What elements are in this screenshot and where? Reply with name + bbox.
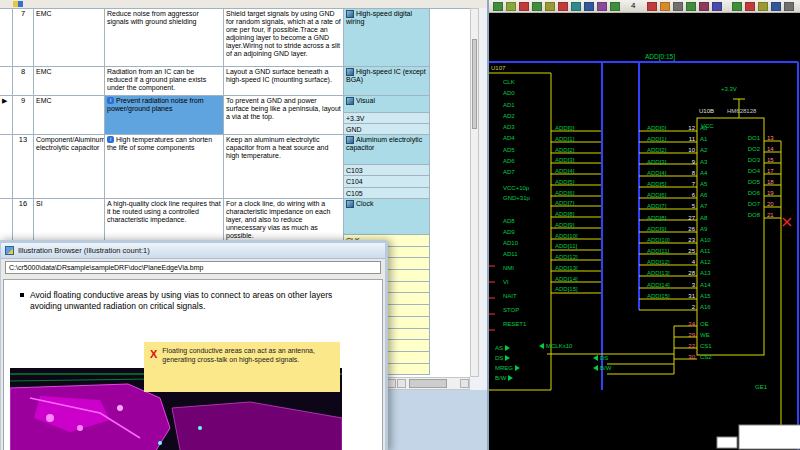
toolbar-icon[interactable] bbox=[519, 2, 529, 11]
rule-group-cell[interactable]: Aluminum electrolytic capacitor bbox=[344, 135, 430, 165]
bottom-net-label: DS bbox=[593, 355, 608, 361]
table-vertical-scrollbar[interactable] bbox=[470, 8, 479, 377]
toolbar-icon[interactable] bbox=[493, 2, 503, 11]
schematic-canvas[interactable]: U107 ADD[0:15] U10B HM628128 VCC +3.3V G… bbox=[489, 13, 800, 450]
net-label: ADD[0] bbox=[647, 123, 670, 134]
toolbar-icon[interactable] bbox=[506, 2, 516, 11]
description-label: Prevent radiation noise from power/groun… bbox=[107, 97, 204, 112]
rule-category-cell[interactable]: EMC bbox=[34, 9, 105, 67]
selected-row-marker-icon: ▶ bbox=[2, 97, 7, 104]
toolbar-icon-group bbox=[732, 2, 794, 11]
rule-row-number[interactable]: 13 bbox=[13, 135, 34, 199]
connector-arrow-icon bbox=[505, 345, 510, 351]
power-pin-label: GND+31p bbox=[503, 193, 530, 203]
toolbar-icon[interactable] bbox=[745, 2, 755, 11]
toolbar-icon[interactable] bbox=[584, 2, 594, 11]
pin-name-label: AD1 bbox=[503, 100, 515, 111]
net-label: ADD[6] bbox=[647, 190, 670, 201]
net-item-cell[interactable]: C103 bbox=[344, 165, 430, 176]
rule-category-cell[interactable]: Component/Aluminum electrolytic capacito… bbox=[34, 135, 105, 199]
rule-row-number[interactable]: 8 bbox=[13, 67, 34, 96]
net-label: ADD[14] bbox=[555, 274, 578, 285]
toolbar-icon[interactable] bbox=[712, 2, 722, 11]
pin-name-label: CS2 bbox=[700, 352, 712, 363]
toolbar-icon[interactable] bbox=[673, 2, 683, 11]
rule-row-number[interactable]: 7 bbox=[13, 9, 34, 67]
toolbar-icon[interactable] bbox=[732, 2, 742, 11]
rule-group-cell[interactable]: High-speed IC (except BGA) bbox=[344, 67, 430, 96]
pin-name-label: DO1 bbox=[738, 133, 760, 144]
rule-description-cell-selected[interactable]: iPrevent radiation noise from power/grou… bbox=[105, 96, 224, 135]
pin-name-label: DO5 bbox=[738, 177, 760, 188]
rule-group-cell[interactable]: High-speed digital wiring bbox=[344, 9, 430, 67]
u10b-left-pin-numbers: 12111098765272623254283312 bbox=[682, 123, 695, 313]
toolbar-icon[interactable] bbox=[758, 2, 768, 11]
connector-arrow-icon bbox=[515, 365, 520, 371]
schematic-window: 4 bbox=[487, 0, 800, 450]
net-label: ADD[5] bbox=[555, 177, 578, 188]
pin-number: 17 bbox=[767, 166, 774, 177]
illustration-content: Avoid floating conductive areas by using… bbox=[3, 279, 383, 450]
illustration-window-titlebar[interactable]: Illustration Browser (Illustration count… bbox=[1, 243, 385, 259]
scroll-left-icon[interactable] bbox=[397, 379, 406, 388]
net-label: ADD[2] bbox=[647, 145, 670, 156]
toolbar-icon[interactable] bbox=[647, 2, 657, 11]
scrollbar-thumb[interactable] bbox=[472, 39, 477, 129]
schematic-toolbar: 4 bbox=[489, 0, 800, 13]
row-marker-cell[interactable] bbox=[0, 9, 13, 67]
toolbar-icon[interactable] bbox=[610, 2, 620, 11]
toolbar-icon[interactable] bbox=[686, 2, 696, 11]
toolbar-icon[interactable] bbox=[558, 2, 568, 11]
net-label: ADD[14] bbox=[647, 280, 670, 291]
row-marker-cell[interactable]: ▶ bbox=[0, 96, 13, 135]
row-marker-cell[interactable] bbox=[0, 67, 13, 96]
rule-group-cell[interactable]: Visual bbox=[344, 96, 430, 113]
pin-name-label: AD0 bbox=[503, 88, 515, 99]
toolbar-icon[interactable] bbox=[784, 2, 794, 11]
schematic-wires bbox=[489, 13, 800, 450]
row-marker-cell[interactable] bbox=[0, 135, 13, 199]
pin-number: 13 bbox=[767, 133, 774, 144]
rule-category-cell[interactable]: EMC bbox=[34, 67, 105, 96]
rule-countermeasure-cell[interactable]: Layout a GND surface beneath a high-spee… bbox=[224, 67, 344, 96]
pin-number: 23 bbox=[682, 235, 695, 246]
net-item-cell[interactable]: C105 bbox=[344, 188, 430, 199]
rule-countermeasure-cell[interactable]: Shield target signals by using GND for r… bbox=[224, 9, 344, 67]
pin-name-label: CS1 bbox=[700, 341, 712, 352]
rule-category-cell[interactable]: EMC bbox=[34, 96, 105, 135]
net-label: ADD[11] bbox=[647, 246, 670, 257]
scrollbar-thumb[interactable] bbox=[409, 379, 447, 388]
rule-description-cell[interactable]: iHigh temperatures can shorten the life … bbox=[105, 135, 224, 199]
pin-name-label: AD7 bbox=[503, 167, 515, 178]
toolbar-icon[interactable] bbox=[660, 2, 670, 11]
pin-name-label: VI bbox=[503, 275, 526, 289]
toolbar-icon[interactable] bbox=[545, 2, 555, 11]
pin-name-label: RESET1 bbox=[503, 317, 526, 331]
net-item-cell[interactable]: C104 bbox=[344, 176, 430, 187]
toolbar-icon[interactable] bbox=[532, 2, 542, 11]
net-item-cell[interactable]: GND bbox=[344, 124, 430, 135]
rule-countermeasure-cell[interactable]: Keep an aluminum electrolytic capacitor … bbox=[224, 135, 344, 199]
net-label: ADD[4] bbox=[647, 168, 670, 179]
offpage-connectors: ASDSMREGB/W bbox=[495, 343, 520, 383]
pin-name-label: AD6 bbox=[503, 156, 515, 167]
toolbar-icon[interactable] bbox=[571, 2, 581, 11]
toolbar-icon[interactable] bbox=[699, 2, 709, 11]
pin-number: 30 bbox=[682, 352, 695, 363]
scroll-left-icon[interactable] bbox=[387, 379, 396, 388]
image-path-field[interactable]: C:\cr5000\data\DRsample\sampleDRF\doc\Pl… bbox=[5, 261, 381, 274]
scroll-right-icon[interactable] bbox=[460, 379, 469, 388]
net-label: ADD[9] bbox=[647, 224, 670, 235]
net-item-cell[interactable]: +3.3V bbox=[344, 113, 430, 124]
net-label: ADD[15] bbox=[555, 284, 578, 295]
pin-name-label: A12 bbox=[700, 257, 711, 268]
rule-row-number[interactable]: 9 bbox=[13, 96, 34, 135]
toolbar-icon[interactable] bbox=[771, 2, 781, 11]
rule-description-cell[interactable]: Radiation from an IC can be reduced if a… bbox=[105, 67, 224, 96]
rule-countermeasure-cell[interactable]: To prevent a GND and power surface being… bbox=[224, 96, 344, 135]
toolbar-icon[interactable] bbox=[597, 2, 607, 11]
pin-number: 12 bbox=[682, 123, 695, 134]
info-icon: i bbox=[107, 97, 114, 104]
rule-description-cell[interactable]: Reduce noise from aggressor signals with… bbox=[105, 9, 224, 67]
rule-group-cell[interactable]: Clock bbox=[344, 199, 430, 235]
